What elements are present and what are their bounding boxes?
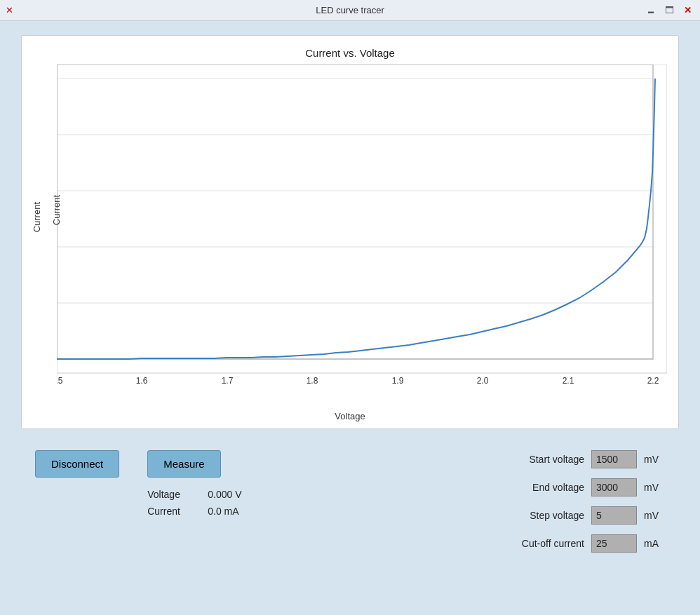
svg-text:1.9: 1.9 bbox=[392, 376, 404, 386]
measure-button[interactable]: Measure bbox=[147, 450, 220, 478]
start-voltage-input[interactable] bbox=[591, 450, 637, 468]
step-voltage-input[interactable] bbox=[591, 506, 637, 525]
start-voltage-row: Start voltage mV bbox=[493, 450, 665, 468]
svg-text:1.7: 1.7 bbox=[222, 376, 234, 386]
current-reading-row: Current 0.0 mA bbox=[147, 506, 264, 517]
current-value: 0.0 mA bbox=[208, 506, 264, 517]
start-voltage-unit: mV bbox=[644, 454, 665, 465]
end-voltage-label: End voltage bbox=[493, 482, 584, 493]
svg-text:2.2: 2.2 bbox=[647, 376, 659, 386]
chart-panel: Current vs. Voltage Current 0.000 0.005 … bbox=[21, 35, 679, 429]
svg-text:1.6: 1.6 bbox=[136, 376, 148, 386]
voltage-reading-row: Voltage 0.000 V bbox=[147, 489, 264, 500]
close-button[interactable]: ✕ bbox=[680, 4, 694, 18]
end-voltage-row: End voltage mV bbox=[493, 478, 665, 496]
y-axis-label-positioned: Current bbox=[51, 195, 62, 225]
step-voltage-unit: mV bbox=[644, 510, 665, 521]
step-voltage-label: Step voltage bbox=[493, 510, 584, 521]
svg-text:2.1: 2.1 bbox=[563, 376, 574, 386]
end-voltage-unit: mV bbox=[644, 482, 665, 493]
controls-row: Disconnect Measure Voltage 0.000 V Curre… bbox=[21, 443, 679, 560]
title-bar: ✕ LED curve tracer 🗕 🗖 ✕ bbox=[0, 0, 700, 21]
window-controls: 🗕 🗖 ✕ bbox=[644, 4, 694, 18]
end-voltage-input[interactable] bbox=[591, 478, 637, 496]
y-axis-label: Current bbox=[32, 202, 42, 232]
x-axis-label: Voltage bbox=[29, 411, 671, 421]
cutoff-current-row: Cut-off current mA bbox=[493, 534, 665, 553]
svg-rect-0 bbox=[57, 65, 667, 373]
cutoff-current-label: Cut-off current bbox=[493, 538, 584, 549]
params-section: Start voltage mV End voltage mV Step vol… bbox=[493, 450, 665, 553]
measure-section: Measure Voltage 0.000 V Current 0.0 mA bbox=[147, 450, 264, 522]
disconnect-button[interactable]: Disconnect bbox=[35, 450, 119, 478]
cutoff-current-input[interactable] bbox=[591, 534, 637, 553]
minimize-button[interactable]: 🗕 bbox=[644, 4, 658, 18]
chart-svg: 0.000 0.005 0.010 0.015 0.020 0.025 bbox=[57, 65, 667, 394]
maximize-button[interactable]: 🗖 bbox=[662, 4, 676, 18]
app-icon: ✕ bbox=[6, 5, 13, 15]
svg-text:1.8: 1.8 bbox=[307, 376, 318, 386]
cutoff-current-unit: mA bbox=[644, 538, 665, 549]
svg-text:1.5: 1.5 bbox=[57, 376, 63, 386]
current-label: Current bbox=[147, 506, 196, 517]
step-voltage-row: Step voltage mV bbox=[493, 506, 665, 525]
chart-title: Current vs. Voltage bbox=[29, 47, 671, 59]
voltage-value: 0.000 V bbox=[208, 489, 264, 500]
window-title: LED curve tracer bbox=[316, 5, 384, 15]
start-voltage-label: Start voltage bbox=[493, 454, 584, 465]
voltage-label: Voltage bbox=[147, 489, 196, 500]
title-bar-left: ✕ bbox=[6, 5, 13, 15]
svg-text:2.0: 2.0 bbox=[477, 376, 489, 386]
main-content: Current vs. Voltage Current 0.000 0.005 … bbox=[0, 21, 700, 574]
measure-btn-row: Measure bbox=[147, 450, 264, 478]
